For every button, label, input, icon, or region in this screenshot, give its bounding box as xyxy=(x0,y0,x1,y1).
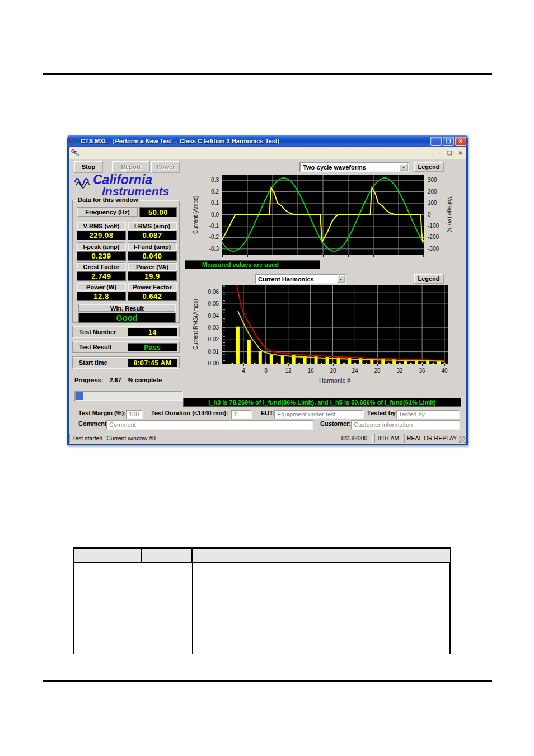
start-time-value: 8:07:45 AM xyxy=(128,359,177,367)
table-header-row xyxy=(73,547,451,563)
frequency-value: 50.00 xyxy=(139,207,177,217)
axis-tick xyxy=(423,255,424,257)
waveform-yaxis-right: 3002001000-100-200-300 xyxy=(426,175,445,255)
report-button[interactable]: Report xyxy=(112,161,150,173)
table-cell xyxy=(74,563,142,654)
minimize-button[interactable]: _ xyxy=(430,137,442,146)
test-result-label: Test Result xyxy=(79,344,111,350)
stop-button[interactable]: Stop xyxy=(74,161,103,173)
harmonics-xticks xyxy=(222,364,448,367)
logo-line1: California xyxy=(93,174,169,186)
title-bar[interactable]: CTS CTS MXL - [Perform a New Test -- Cla… xyxy=(67,135,468,147)
test-duration-label: Test Duration (<1440 min): xyxy=(151,410,228,416)
eut-label: EUT: xyxy=(261,410,274,416)
customer-label: Customer: xyxy=(320,420,351,427)
power-button[interactable]: Power xyxy=(151,161,180,173)
axis-tick xyxy=(422,364,423,366)
tick-label: 300 xyxy=(428,177,437,183)
eut-field[interactable] xyxy=(274,410,364,419)
irms-label: I-RMS (amp) xyxy=(128,222,177,230)
axis-tick xyxy=(311,364,311,366)
status-date: 8/23/2000 xyxy=(336,434,373,443)
ifund-label: I-Fund (amp) xyxy=(128,242,177,251)
table-cell xyxy=(193,563,449,654)
test-duration-field[interactable] xyxy=(231,410,252,419)
tick-label: -0.1 xyxy=(209,223,219,229)
waveform-xticks xyxy=(222,255,424,257)
tick-label: 0.02 xyxy=(208,336,219,342)
tick-label: 0.1 xyxy=(211,200,219,206)
table-row xyxy=(73,563,451,654)
power-factor-value: 0.642 xyxy=(128,292,177,301)
axis-tick xyxy=(348,255,349,257)
axis-tick xyxy=(247,255,248,257)
axis-tick xyxy=(298,255,298,257)
waveform-ylabel-right: Voltage (Volts) xyxy=(447,175,453,255)
tick-label: 100 xyxy=(428,200,437,206)
mdi-child-icon: CTS xyxy=(71,149,80,157)
legend-button-top[interactable]: Legend xyxy=(414,162,444,172)
tick-label: 16 xyxy=(304,368,317,374)
harmonics-chart xyxy=(222,285,448,364)
test-margin-field[interactable] xyxy=(126,410,143,419)
test-result-value: Pass xyxy=(128,343,177,351)
table-header-cell xyxy=(193,549,450,562)
close-button[interactable]: ✕ xyxy=(455,137,466,146)
axis-tick xyxy=(377,364,378,366)
ifund-value: 0.040 xyxy=(128,251,177,261)
axis-tick xyxy=(222,255,223,257)
dropdown-arrow-icon[interactable]: ▼ xyxy=(336,275,345,283)
frequency-label: Frequency (Hz) xyxy=(77,207,138,217)
mdi-restore-icon[interactable]: ❐ xyxy=(446,149,454,157)
tick-label: 0 xyxy=(428,212,431,218)
dropdown-arrow-icon[interactable]: ▼ xyxy=(399,163,408,171)
window-title: CTS MXL - [Perform a New Test -- Class C… xyxy=(81,138,429,144)
start-time-label: Start time xyxy=(79,359,107,366)
start-time-group: Start time 8:07:45 AM xyxy=(72,356,180,369)
tick-label: 24 xyxy=(348,368,362,374)
tested-by-field[interactable] xyxy=(396,410,460,419)
win-result-value: Good xyxy=(78,313,176,323)
customer-field[interactable] xyxy=(351,420,460,430)
harmonics-selector[interactable]: Current Harmonics ▼ xyxy=(255,274,346,284)
tick-label: 0.05 xyxy=(208,300,219,307)
vrms-value: 229.08 xyxy=(77,231,126,240)
waveform-selector[interactable]: Two-cycle waveforms ▼ xyxy=(299,162,409,172)
axis-tick xyxy=(444,364,445,366)
waveform-yaxis-left: 0.30.20.10.0-0.1-0.2-0.3 xyxy=(203,175,220,255)
crest-factor-label: Crest Factor xyxy=(77,262,126,271)
header-rule xyxy=(43,73,492,75)
test-number-group: Test Number 14 xyxy=(72,326,180,338)
axis-tick xyxy=(273,255,273,257)
waveform-chart xyxy=(222,175,424,255)
tick-label: 200 xyxy=(428,189,437,195)
tested-by-label: Tested by: xyxy=(367,410,397,416)
power-w-value: 12.8 xyxy=(77,292,126,301)
status-message: Test started--Current window #0 xyxy=(69,434,334,443)
test-result-group: Test Result Pass xyxy=(72,341,180,353)
tick-label: -100 xyxy=(428,223,439,229)
axis-tick xyxy=(399,255,399,257)
maximize-button[interactable]: ❐ xyxy=(443,137,454,146)
legend-button-bottom[interactable]: Legend xyxy=(414,274,444,284)
data-group-title: Data for this window xyxy=(76,196,140,203)
tick-label: 12 xyxy=(282,368,295,374)
axis-tick xyxy=(355,364,355,366)
axis-tick xyxy=(243,364,244,366)
table-cell xyxy=(142,563,193,654)
measured-values-message: Measured values are used xyxy=(185,260,320,269)
mdi-minimize-icon[interactable]: – xyxy=(435,149,443,157)
tick-label: -300 xyxy=(428,246,439,252)
harmonics-xlabel: Harmonic # xyxy=(307,377,363,384)
progress-fill xyxy=(76,392,83,400)
power-factor-label: Power Factor xyxy=(128,283,177,291)
axis-tick xyxy=(266,364,266,366)
tick-label: 0.06 xyxy=(208,289,219,295)
mdi-close-icon[interactable]: ✕ xyxy=(456,149,465,157)
resize-grip[interactable] xyxy=(459,436,466,443)
comment-field[interactable] xyxy=(106,420,313,430)
vrms-label: V-RMS (volt) xyxy=(77,222,126,230)
win-result-label: Win. Result xyxy=(78,304,176,312)
power-va-value: 19.9 xyxy=(128,271,177,281)
power-va-label: Power (VA) xyxy=(128,262,177,271)
